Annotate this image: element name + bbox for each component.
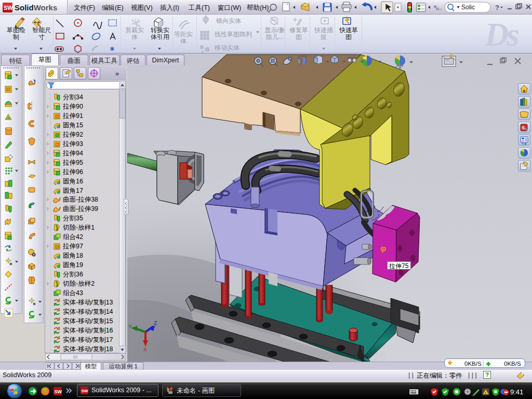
- svg-text:Z: Z: [154, 320, 157, 326]
- svg-text:!: !: [485, 391, 486, 395]
- svg-text:0KB/S: 0KB/S: [504, 361, 521, 367]
- svg-text:0KB/S: 0KB/S: [464, 361, 482, 367]
- svg-text:SW: SW: [82, 389, 88, 393]
- svg-text:SW: SW: [4, 5, 13, 11]
- svg-text:Solic: Solic: [461, 4, 475, 11]
- svg-text:㌔..: ㌔..: [433, 5, 442, 11]
- svg-text:SolidWorks: SolidWorks: [15, 3, 57, 12]
- svg-text:X: X: [143, 347, 147, 353]
- svg-text:?: ?: [495, 4, 499, 11]
- svg-text:Y: Y: [128, 324, 132, 330]
- svg-text:SW: SW: [55, 389, 62, 394]
- svg-text:S: S: [522, 125, 525, 130]
